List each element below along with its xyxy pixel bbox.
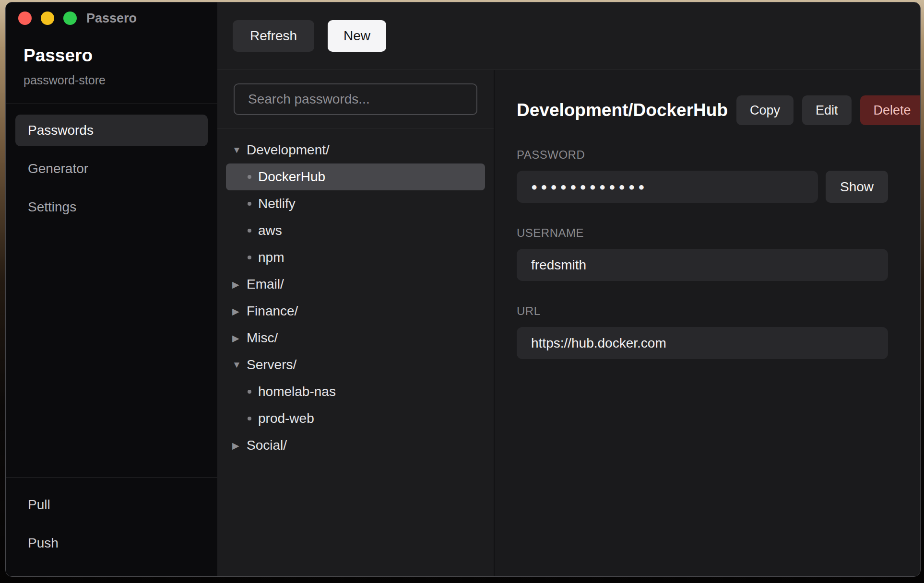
sidebar-item-label: Passwords [28,123,94,138]
username-label: USERNAME [517,226,888,240]
minimize-window-icon[interactable] [41,12,54,25]
tree-entry-npm[interactable]: npm [226,244,485,271]
edit-button[interactable]: Edit [802,95,852,125]
tree-entry-label: npm [258,250,284,265]
sidebar-item-passwords[interactable]: Passwords [15,115,208,146]
tree-folder-social[interactable]: Social/ [226,432,485,459]
tree-entry-homelab-nas[interactable]: homelab-nas [226,378,485,405]
tree-folder-label: Misc/ [247,330,278,346]
entry-bullet-icon [248,390,251,394]
sidebar-item-label: Settings [28,199,76,215]
disclosure-collapsed-icon[interactable] [232,306,247,317]
tree-entry-label: homelab-nas [258,384,336,399]
tree-entry-aws[interactable]: aws [226,217,485,244]
entry-bullet-icon [248,256,251,259]
tree-folder-email[interactable]: Email/ [226,271,485,298]
main-area: Refresh New Development/ DockerHub [217,2,920,576]
tree-folder-label: Servers/ [247,357,296,373]
tree-folder-label: Email/ [247,277,284,292]
username-value[interactable]: fredsmith [517,249,888,281]
app-header: Passero password-store [6,34,217,104]
sidebar-item-label: Generator [28,161,88,176]
app-name: Passero [24,46,200,66]
username-field-row: fredsmith [517,249,888,281]
password-tree: Development/ DockerHub Netlify aws [217,128,494,467]
sidebar-item-generator[interactable]: Generator [15,153,208,185]
tree-folder-development[interactable]: Development/ [226,137,485,163]
tree-entry-label: DockerHub [258,169,325,185]
detail-header: Development/DockerHub Copy Edit Delete [517,95,888,125]
entry-bullet-icon [248,175,251,179]
tree-entry-label: Netlify [258,196,296,211]
tree-folder-finance[interactable]: Finance/ [226,298,485,325]
url-label: URL [517,304,888,318]
disclosure-collapsed-icon[interactable] [232,279,247,290]
tree-folder-servers[interactable]: Servers/ [226,351,485,378]
tree-entry-dockerhub[interactable]: DockerHub [226,163,485,190]
window-title: Passero [86,11,137,26]
traffic-lights [18,12,77,25]
tree-entry-label: aws [258,223,282,238]
url-field-row: https://hub.docker.com [517,327,888,359]
entry-bullet-icon [248,202,251,206]
password-field-group: PASSWORD ●●●●●●●●●●●● Show [517,148,888,203]
username-field-group: USERNAME fredsmith [517,226,888,281]
app-window: Passero Passero password-store Passwords… [5,2,921,577]
tree-entry-label: prod-web [258,411,314,426]
toolbar: Refresh New [217,2,920,70]
password-label: PASSWORD [517,148,888,162]
sidebar-item-label: Pull [28,497,50,513]
titlebar: Passero [6,2,217,34]
password-list-panel: Development/ DockerHub Netlify aws [217,70,495,576]
copy-button[interactable]: Copy [736,95,794,125]
search-input[interactable] [234,83,477,115]
content: Development/ DockerHub Netlify aws [217,70,920,576]
close-window-icon[interactable] [18,12,32,25]
password-field-row: ●●●●●●●●●●●● Show [517,171,888,203]
sidebar-item-push[interactable]: Push [15,528,208,558]
url-field-group: URL https://hub.docker.com [517,304,888,359]
sidebar: Passero Passero password-store Passwords… [6,2,217,576]
tree-folder-label: Finance/ [247,303,298,319]
tree-folder-label: Social/ [247,438,287,453]
entry-title: Development/DockerHub [517,100,728,120]
tree-folder-label: Development/ [247,142,330,158]
app-subtitle: password-store [24,73,200,87]
sidebar-nav: Passwords Generator Settings [6,104,217,240]
tree-folder-misc[interactable]: Misc/ [226,325,485,351]
disclosure-expanded-icon[interactable] [232,145,247,155]
disclosure-expanded-icon[interactable] [232,360,247,370]
sidebar-item-settings[interactable]: Settings [15,191,208,223]
refresh-button[interactable]: Refresh [233,20,314,52]
sidebar-item-pull[interactable]: Pull [15,490,208,520]
tree-entry-netlify[interactable]: Netlify [226,190,485,217]
sidebar-item-label: Push [28,536,59,551]
delete-button[interactable]: Delete [860,95,921,125]
entry-bullet-icon [248,417,251,420]
tree-entry-prod-web[interactable]: prod-web [226,405,485,432]
sidebar-footer: Pull Push [6,477,217,576]
sidebar-spacer [6,240,217,477]
entry-bullet-icon [248,229,251,233]
disclosure-collapsed-icon[interactable] [232,440,247,451]
search-area [217,70,494,128]
disclosure-collapsed-icon[interactable] [232,333,247,344]
zoom-window-icon[interactable] [63,12,77,25]
password-value[interactable]: ●●●●●●●●●●●● [517,171,818,203]
entry-detail-panel: Development/DockerHub Copy Edit Delete P… [495,70,920,576]
new-button[interactable]: New [328,20,386,52]
url-value[interactable]: https://hub.docker.com [517,327,888,359]
show-password-button[interactable]: Show [826,171,888,203]
